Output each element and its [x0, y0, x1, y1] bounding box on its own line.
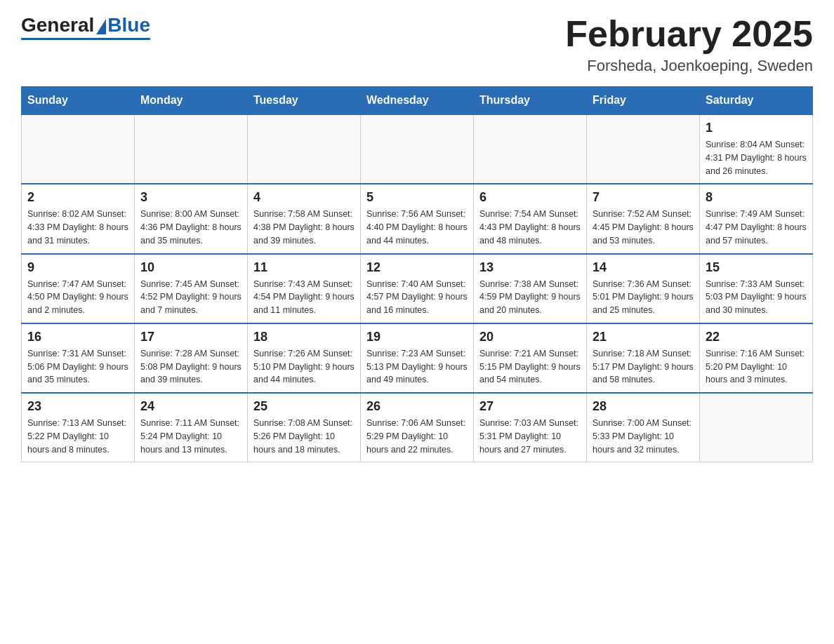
calendar-day-cell: 8Sunrise: 7:49 AM Sunset: 4:47 PM Daylig…	[700, 184, 813, 253]
logo-triangle-icon	[96, 19, 106, 34]
day-info: Sunrise: 8:04 AM Sunset: 4:31 PM Dayligh…	[706, 138, 807, 177]
day-number: 11	[253, 260, 355, 275]
day-number: 14	[593, 260, 694, 275]
logo-underline	[21, 38, 150, 40]
month-title: February 2025	[565, 14, 813, 54]
day-number: 27	[479, 399, 581, 414]
calendar-day-cell: 27Sunrise: 7:03 AM Sunset: 5:31 PM Dayli…	[474, 393, 587, 462]
calendar-day-cell: 28Sunrise: 7:00 AM Sunset: 5:33 PM Dayli…	[587, 393, 700, 462]
weekday-header-thursday: Thursday	[474, 87, 587, 115]
day-info: Sunrise: 7:26 AM Sunset: 5:10 PM Dayligh…	[253, 347, 355, 387]
calendar-day-cell	[248, 114, 361, 184]
day-info: Sunrise: 7:18 AM Sunset: 5:17 PM Dayligh…	[593, 347, 694, 387]
calendar-day-cell: 26Sunrise: 7:06 AM Sunset: 5:29 PM Dayli…	[361, 393, 474, 462]
day-info: Sunrise: 7:21 AM Sunset: 5:15 PM Dayligh…	[479, 347, 581, 387]
logo: General Blue	[21, 14, 150, 40]
calendar-day-cell: 9Sunrise: 7:47 AM Sunset: 4:50 PM Daylig…	[22, 254, 135, 323]
page-header: General Blue February 2025 Forsheda, Joe…	[21, 14, 813, 75]
weekday-header-wednesday: Wednesday	[361, 87, 474, 115]
day-info: Sunrise: 7:28 AM Sunset: 5:08 PM Dayligh…	[140, 347, 241, 387]
day-number: 6	[479, 190, 581, 205]
day-number: 5	[366, 190, 468, 205]
logo-blue-text: Blue	[107, 14, 150, 36]
weekday-header-saturday: Saturday	[700, 87, 813, 115]
calendar-day-cell: 19Sunrise: 7:23 AM Sunset: 5:13 PM Dayli…	[361, 323, 474, 393]
day-number: 26	[366, 399, 468, 414]
weekday-header-monday: Monday	[135, 87, 248, 115]
calendar-day-cell: 24Sunrise: 7:11 AM Sunset: 5:24 PM Dayli…	[135, 393, 248, 462]
day-number: 22	[706, 330, 807, 344]
day-number: 3	[140, 190, 241, 205]
day-info: Sunrise: 7:31 AM Sunset: 5:06 PM Dayligh…	[27, 347, 128, 387]
calendar-day-cell	[700, 393, 813, 462]
calendar-day-cell: 6Sunrise: 7:54 AM Sunset: 4:43 PM Daylig…	[474, 184, 587, 253]
calendar-table: SundayMondayTuesdayWednesdayThursdayFrid…	[21, 86, 813, 462]
calendar-day-cell: 12Sunrise: 7:40 AM Sunset: 4:57 PM Dayli…	[361, 254, 474, 323]
weekday-header-sunday: Sunday	[22, 87, 135, 115]
calendar-day-cell: 25Sunrise: 7:08 AM Sunset: 5:26 PM Dayli…	[248, 393, 361, 462]
calendar-day-cell: 20Sunrise: 7:21 AM Sunset: 5:15 PM Dayli…	[474, 323, 587, 393]
day-info: Sunrise: 7:33 AM Sunset: 5:03 PM Dayligh…	[706, 278, 807, 317]
calendar-week-row: 23Sunrise: 7:13 AM Sunset: 5:22 PM Dayli…	[22, 393, 813, 462]
logo-general-text: General	[21, 14, 94, 36]
day-info: Sunrise: 7:43 AM Sunset: 4:54 PM Dayligh…	[253, 278, 355, 317]
day-number: 23	[27, 399, 128, 414]
calendar-day-cell: 18Sunrise: 7:26 AM Sunset: 5:10 PM Dayli…	[248, 323, 361, 393]
calendar-day-cell: 11Sunrise: 7:43 AM Sunset: 4:54 PM Dayli…	[248, 254, 361, 323]
calendar-day-cell: 1Sunrise: 8:04 AM Sunset: 4:31 PM Daylig…	[700, 114, 813, 184]
day-number: 8	[706, 190, 807, 205]
calendar-day-cell: 23Sunrise: 7:13 AM Sunset: 5:22 PM Dayli…	[22, 393, 135, 462]
day-number: 2	[27, 190, 128, 205]
day-number: 16	[27, 330, 128, 344]
day-info: Sunrise: 8:00 AM Sunset: 4:36 PM Dayligh…	[140, 208, 241, 247]
calendar-day-cell: 21Sunrise: 7:18 AM Sunset: 5:17 PM Dayli…	[587, 323, 700, 393]
calendar-day-cell: 5Sunrise: 7:56 AM Sunset: 4:40 PM Daylig…	[361, 184, 474, 253]
day-info: Sunrise: 7:11 AM Sunset: 5:24 PM Dayligh…	[140, 417, 241, 456]
day-info: Sunrise: 7:23 AM Sunset: 5:13 PM Dayligh…	[366, 347, 468, 387]
calendar-day-cell: 4Sunrise: 7:58 AM Sunset: 4:38 PM Daylig…	[248, 184, 361, 253]
location-title: Forsheda, Joenkoeping, Sweden	[565, 57, 813, 75]
day-number: 17	[140, 330, 241, 344]
day-number: 12	[366, 260, 468, 275]
day-number: 28	[593, 399, 694, 414]
calendar-day-cell: 2Sunrise: 8:02 AM Sunset: 4:33 PM Daylig…	[22, 184, 135, 253]
day-info: Sunrise: 8:02 AM Sunset: 4:33 PM Dayligh…	[27, 208, 128, 247]
calendar-week-row: 2Sunrise: 8:02 AM Sunset: 4:33 PM Daylig…	[22, 184, 813, 253]
day-info: Sunrise: 7:36 AM Sunset: 5:01 PM Dayligh…	[593, 278, 694, 317]
calendar-day-cell: 15Sunrise: 7:33 AM Sunset: 5:03 PM Dayli…	[700, 254, 813, 323]
calendar-day-cell: 13Sunrise: 7:38 AM Sunset: 4:59 PM Dayli…	[474, 254, 587, 323]
day-number: 24	[140, 399, 241, 414]
calendar-day-cell	[587, 114, 700, 184]
day-number: 19	[366, 330, 468, 344]
calendar-week-row: 9Sunrise: 7:47 AM Sunset: 4:50 PM Daylig…	[22, 254, 813, 323]
day-number: 13	[479, 260, 581, 275]
calendar-day-cell: 10Sunrise: 7:45 AM Sunset: 4:52 PM Dayli…	[135, 254, 248, 323]
day-number: 25	[253, 399, 355, 414]
day-info: Sunrise: 7:47 AM Sunset: 4:50 PM Dayligh…	[27, 278, 128, 317]
calendar-day-cell: 22Sunrise: 7:16 AM Sunset: 5:20 PM Dayli…	[700, 323, 813, 393]
day-number: 18	[253, 330, 355, 344]
weekday-header-tuesday: Tuesday	[248, 87, 361, 115]
calendar-day-cell: 14Sunrise: 7:36 AM Sunset: 5:01 PM Dayli…	[587, 254, 700, 323]
day-info: Sunrise: 7:16 AM Sunset: 5:20 PM Dayligh…	[706, 347, 807, 387]
calendar-day-cell	[361, 114, 474, 184]
day-info: Sunrise: 7:49 AM Sunset: 4:47 PM Dayligh…	[706, 208, 807, 247]
calendar-day-cell	[474, 114, 587, 184]
day-number: 20	[479, 330, 581, 344]
calendar-week-row: 16Sunrise: 7:31 AM Sunset: 5:06 PM Dayli…	[22, 323, 813, 393]
day-info: Sunrise: 7:54 AM Sunset: 4:43 PM Dayligh…	[479, 208, 581, 247]
day-info: Sunrise: 7:03 AM Sunset: 5:31 PM Dayligh…	[479, 417, 581, 456]
calendar-day-cell	[22, 114, 135, 184]
day-number: 15	[706, 260, 807, 275]
calendar-day-cell: 16Sunrise: 7:31 AM Sunset: 5:06 PM Dayli…	[22, 323, 135, 393]
calendar-day-cell: 7Sunrise: 7:52 AM Sunset: 4:45 PM Daylig…	[587, 184, 700, 253]
day-info: Sunrise: 7:13 AM Sunset: 5:22 PM Dayligh…	[27, 417, 128, 456]
day-number: 10	[140, 260, 241, 275]
day-info: Sunrise: 7:40 AM Sunset: 4:57 PM Dayligh…	[366, 278, 468, 317]
title-block: February 2025 Forsheda, Joenkoeping, Swe…	[565, 14, 813, 75]
day-info: Sunrise: 7:56 AM Sunset: 4:40 PM Dayligh…	[366, 208, 468, 247]
day-number: 9	[27, 260, 128, 275]
day-number: 21	[593, 330, 694, 344]
calendar-day-cell: 17Sunrise: 7:28 AM Sunset: 5:08 PM Dayli…	[135, 323, 248, 393]
day-info: Sunrise: 7:58 AM Sunset: 4:38 PM Dayligh…	[253, 208, 355, 247]
